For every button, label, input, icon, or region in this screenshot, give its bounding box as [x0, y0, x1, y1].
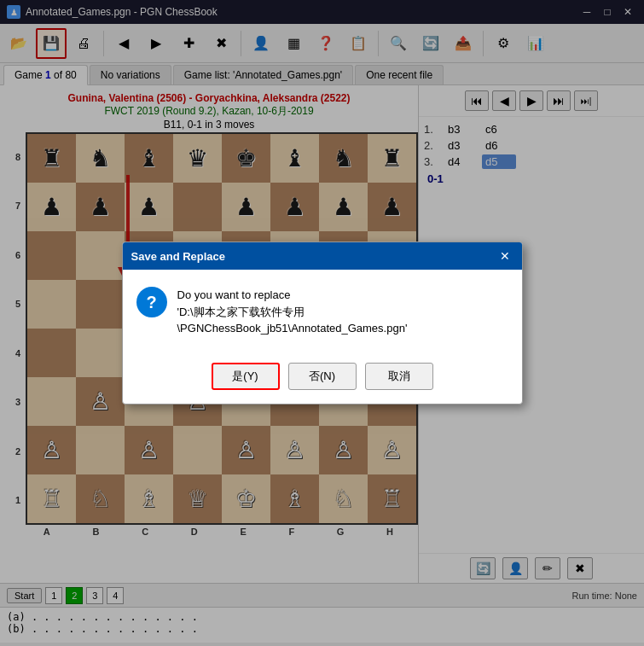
dialog-no-btn[interactable]: 否(N) — [288, 363, 357, 390]
dialog-title-bar: Save and Replace ✕ — [123, 242, 522, 270]
dialog-line2: 'D:\脚本之家下载软件专用\PGNChessBook_jb51\Annotat… — [177, 304, 508, 337]
dialog-yes-btn[interactable]: 是(Y) — [212, 363, 280, 390]
dialog-body: ? Do you want to replace 'D:\脚本之家下载软件专用\… — [123, 270, 522, 354]
save-replace-dialog: Save and Replace ✕ ? Do you want to repl… — [122, 242, 523, 404]
dialog-line1: Do you want to replace — [177, 287, 508, 304]
dialog-overlay: Save and Replace ✕ ? Do you want to repl… — [0, 0, 644, 646]
dialog-icon: ? — [136, 287, 167, 317]
dialog-close-btn[interactable]: ✕ — [496, 247, 513, 265]
dialog-buttons: 是(Y) 否(N) 取消 — [123, 354, 522, 404]
dialog-cancel-btn[interactable]: 取消 — [365, 363, 433, 390]
dialog-message: Do you want to replace 'D:\脚本之家下载软件专用\PG… — [177, 287, 508, 337]
dialog-title: Save and Replace — [131, 250, 226, 263]
